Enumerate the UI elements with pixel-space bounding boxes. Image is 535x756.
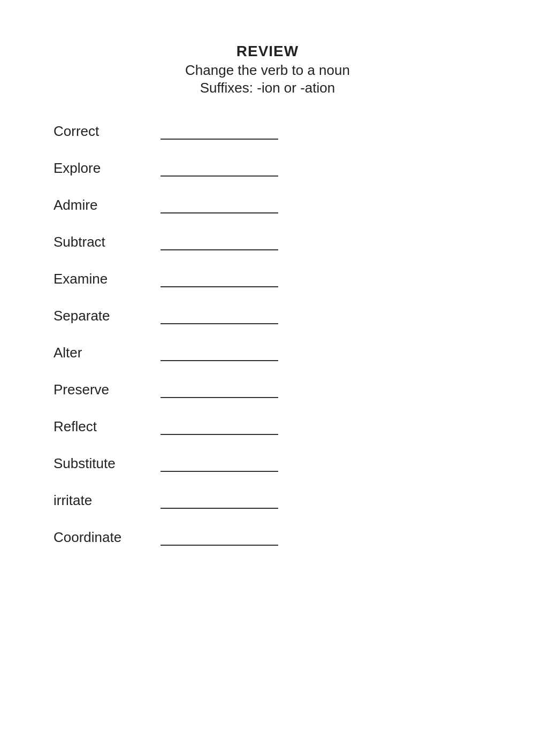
word-label: Preserve [54,381,160,398]
answer-line[interactable] [160,235,278,250]
word-row: Explore [54,160,482,177]
word-list: CorrectExploreAdmireSubtractExamineSepar… [54,123,482,546]
word-row: Substitute [54,455,482,472]
answer-line[interactable] [160,420,278,435]
word-label: Explore [54,160,160,177]
answer-line[interactable] [160,457,278,472]
word-row: irritate [54,492,482,509]
word-row: Preserve [54,381,482,398]
answer-line[interactable] [160,383,278,398]
word-label: Coordinate [54,529,160,546]
word-row: Correct [54,123,482,140]
answer-line[interactable] [160,125,278,140]
word-row: Subtract [54,234,482,250]
word-label: Substitute [54,455,160,472]
word-label: Reflect [54,418,160,435]
answer-line[interactable] [160,309,278,324]
word-row: Alter [54,345,482,361]
answer-line[interactable] [160,346,278,361]
page-header: REVIEW Change the verb to a noun Suffixe… [54,43,482,96]
word-row: Coordinate [54,529,482,546]
word-label: Admire [54,197,160,213]
answer-line[interactable] [160,531,278,546]
word-row: Reflect [54,418,482,435]
answer-line[interactable] [160,198,278,213]
word-label: Alter [54,345,160,361]
page-subtitle2: Suffixes: -ion or -ation [54,80,482,96]
word-row: Examine [54,271,482,287]
word-label: Correct [54,123,160,140]
word-label: Subtract [54,234,160,250]
word-label: irritate [54,492,160,509]
page-subtitle1: Change the verb to a noun [54,62,482,79]
answer-line[interactable] [160,272,278,287]
answer-line[interactable] [160,494,278,509]
word-label: Examine [54,271,160,287]
page-title: REVIEW [54,43,482,60]
answer-line[interactable] [160,162,278,177]
word-row: Separate [54,308,482,324]
word-row: Admire [54,197,482,213]
word-label: Separate [54,308,160,324]
